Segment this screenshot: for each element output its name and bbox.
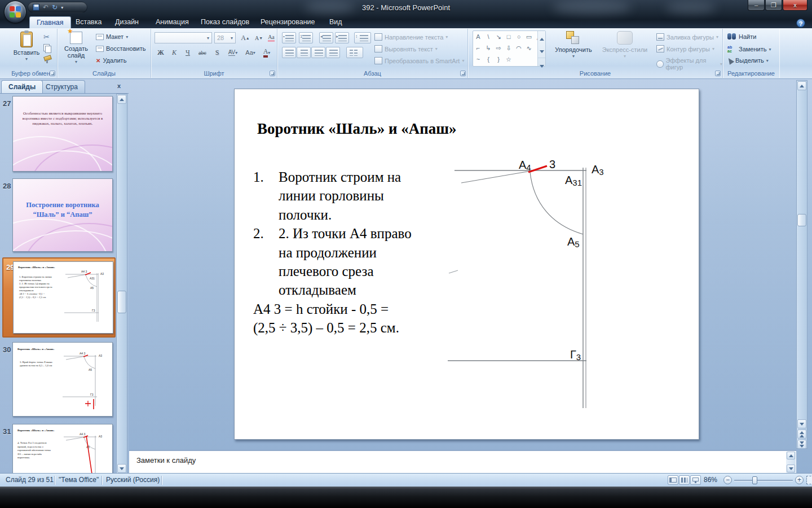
thumbnail-slide-29[interactable]: Воротник «Шаль» и «Апаш» 1. Воротник стр… xyxy=(13,261,113,334)
label-a3: А3 xyxy=(592,163,604,177)
office-button[interactable] xyxy=(4,1,27,23)
thumbnail-slide-27[interactable]: Особенностью является выкраивание верхне… xyxy=(12,96,113,172)
cut-button[interactable]: ✂ xyxy=(43,33,50,41)
decrease-indent-button[interactable]: ◂ xyxy=(319,32,333,43)
zoom-slider-thumb[interactable] xyxy=(752,476,757,484)
align-center-button[interactable] xyxy=(297,47,311,58)
clipboard-dialog-launcher[interactable] xyxy=(50,71,55,76)
previous-slide-button[interactable] xyxy=(797,430,806,439)
shape-effects-label: Эффекты для фигур xyxy=(666,57,718,71)
change-case-button[interactable]: Аа▾ xyxy=(242,47,258,58)
italic-button[interactable]: К xyxy=(168,47,180,58)
tab-insert[interactable]: Вставка xyxy=(69,16,108,28)
font-name-combo[interactable]: ▾ xyxy=(155,32,212,43)
notes-pane[interactable]: Заметки к слайду xyxy=(129,450,796,473)
shapes-scrollbar[interactable] xyxy=(537,31,545,66)
tab-animation[interactable]: Анимация xyxy=(149,16,196,28)
restore-button[interactable]: ❐ xyxy=(765,0,782,11)
font-color-button[interactable]: А▾ xyxy=(259,47,274,58)
normal-view-button[interactable] xyxy=(668,475,678,485)
scroll-up-icon[interactable] xyxy=(797,81,806,90)
theme-name[interactable]: "Тема Office" xyxy=(59,476,99,484)
help-button[interactable]: ? xyxy=(796,19,805,28)
fit-to-window-button[interactable] xyxy=(806,476,812,484)
slide-canvas[interactable]: Воротник «Шаль» и «Апаш» 1. Воротник стр… xyxy=(234,89,699,440)
main-scrollbar-thumb[interactable] xyxy=(797,214,806,226)
tab-review[interactable]: Рецензирование xyxy=(254,16,322,28)
next-slide-button[interactable] xyxy=(797,440,806,449)
window-title: 392 - Microsoft PowerPoint xyxy=(0,3,812,12)
text-direction-button[interactable]: Направление текста▾ xyxy=(374,33,448,41)
shapes-gallery[interactable]: A\↘□○▭△⌐↳⇨⇩◠∿(~{}☆ xyxy=(473,30,546,67)
paste-button[interactable]: Вставить ▾ xyxy=(11,31,42,66)
grow-font-button[interactable]: А▲ xyxy=(239,32,251,43)
increase-indent-button[interactable]: ▸ xyxy=(335,32,349,43)
select-button[interactable]: Выделить▾ xyxy=(727,57,769,64)
quick-styles-button[interactable]: Экспресс-стили ▾ xyxy=(599,30,651,67)
minimize-button[interactable]: – xyxy=(748,0,765,11)
format-painter-button[interactable] xyxy=(43,55,51,63)
panel-scrollbar[interactable] xyxy=(116,94,127,473)
drawing-dialog-launcher[interactable] xyxy=(715,71,721,76)
close-button[interactable]: x xyxy=(783,0,807,11)
thumbnail-slide-30[interactable]: Воротник «Шаль» и «Апаш» 3. Край борта: … xyxy=(12,342,113,417)
line-spacing-button[interactable]: ↕ xyxy=(354,32,371,43)
reset-label: Восстановить xyxy=(106,45,145,52)
zoom-in-button[interactable]: + xyxy=(795,476,804,484)
shape-fill-button[interactable]: Заливка фигуры▾ xyxy=(656,33,718,41)
character-spacing-button[interactable]: AV▾ xyxy=(224,47,241,58)
thumbnail-slide-31[interactable]: Воротник «Шаль» и «Апаш» 4. Точки Л и 3 … xyxy=(12,424,113,473)
smartart-button[interactable]: Преобразовать в SmartArt▾ xyxy=(374,57,464,64)
text-shadow-button[interactable]: S xyxy=(211,47,223,58)
scroll-down-icon[interactable] xyxy=(797,419,806,428)
language-indicator[interactable]: Русский (Россия) xyxy=(106,476,160,484)
strikethrough-button[interactable]: abc xyxy=(195,47,210,58)
arrange-button[interactable]: Упорядочить ▾ xyxy=(550,30,597,67)
align-right-button[interactable] xyxy=(311,47,325,58)
notes-scrollbar[interactable] xyxy=(786,452,796,473)
zoom-out-button[interactable]: − xyxy=(723,476,732,484)
main-scrollbar[interactable] xyxy=(796,80,807,449)
zoom-slider-track[interactable] xyxy=(734,480,793,481)
shrink-font-button[interactable]: А▼ xyxy=(253,32,265,43)
tab-slideshow[interactable]: Показ слайдов xyxy=(194,16,256,28)
layout-button[interactable]: Макет ▾ xyxy=(96,33,128,40)
shape-outline-button[interactable]: Контур фигуры▾ xyxy=(656,45,714,52)
bold-button[interactable]: Ж xyxy=(155,47,167,58)
underline-button[interactable]: Ч xyxy=(182,47,194,58)
font-dialog-launcher[interactable] xyxy=(270,71,275,76)
clear-formatting-button[interactable]: Аа xyxy=(266,32,276,43)
paragraph-dialog-launcher[interactable] xyxy=(460,71,466,76)
tab-view[interactable]: Вид xyxy=(323,16,349,28)
thumbnail-slide-28[interactable]: Построение воротника“Шаль” и “Апаш” xyxy=(12,178,113,252)
copy-button[interactable] xyxy=(43,44,51,52)
shape-effects-button[interactable]: Эффекты для фигур▾ xyxy=(656,57,722,71)
delete-slide-button[interactable]: ✕ Удалить xyxy=(96,57,126,64)
new-slide-button[interactable]: Создать слайд ▾ xyxy=(60,31,92,66)
align-text-label: Выровнять текст xyxy=(385,46,433,52)
close-panel-icon[interactable]: x xyxy=(117,82,121,89)
notes-scroll-down-icon[interactable] xyxy=(787,465,795,472)
quick-styles-label: Экспресс-стили xyxy=(602,46,647,53)
slideshow-view-button[interactable] xyxy=(690,475,701,485)
bullets-button[interactable]: • xyxy=(282,32,296,43)
panel-scroll-down-icon[interactable] xyxy=(117,464,126,473)
panel-scroll-up-icon[interactable] xyxy=(117,95,126,104)
tab-design[interactable]: Дизайн xyxy=(108,16,145,28)
tab-home[interactable]: Главная xyxy=(29,16,71,28)
reset-slide-button[interactable]: Восстановить xyxy=(96,45,145,52)
tab-slides[interactable]: Слайды xyxy=(1,80,43,93)
align-left-button[interactable] xyxy=(282,47,296,58)
notes-scroll-up-icon[interactable] xyxy=(787,452,795,459)
thumbnail-slide-29-selected[interactable]: 29 Воротник «Шаль» и «Апаш» 1. Воротник … xyxy=(2,257,116,338)
find-button[interactable]: Найти xyxy=(727,33,756,40)
tab-outline[interactable]: Структура xyxy=(38,80,85,93)
panel-scrollbar-thumb[interactable] xyxy=(117,291,126,313)
numbering-button[interactable]: 1 xyxy=(299,32,313,43)
replace-button[interactable]: abac Заменить▾ xyxy=(727,45,771,53)
columns-button[interactable] xyxy=(346,47,363,58)
align-text-button[interactable]: Выровнять текст▾ xyxy=(374,45,438,52)
slide-sorter-view-button[interactable] xyxy=(679,475,690,485)
justify-button[interactable] xyxy=(326,47,340,58)
font-size-combo[interactable]: 28▾ xyxy=(214,32,236,43)
